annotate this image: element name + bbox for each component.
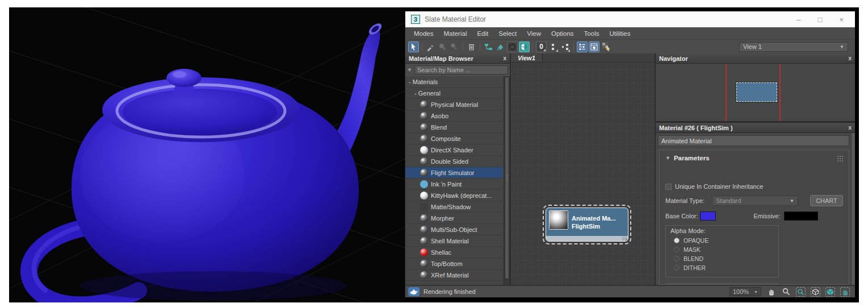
rollout-collapse-icon[interactable]: ▼: [665, 155, 670, 161]
material-sphere-icon: [420, 180, 428, 188]
list-item-matte-shadow[interactable]: Matte/Shadow: [405, 201, 503, 213]
pan-hand-icon[interactable]: [766, 287, 776, 297]
radio-blend[interactable]: BLEND: [670, 254, 774, 263]
list-item-shell-material[interactable]: Shell Material: [405, 235, 503, 247]
maximize-button[interactable]: □: [818, 16, 823, 23]
menu-item-options[interactable]: Options: [546, 30, 579, 37]
navigator-canvas[interactable]: [656, 64, 855, 121]
browser-close-icon[interactable]: x: [503, 55, 506, 61]
chart-button[interactable]: CHART: [810, 195, 843, 206]
material-panel-title: Material #26 ( FlightSim ): [659, 125, 733, 131]
material-panel-header[interactable]: Material #26 ( FlightSim ) x: [656, 123, 855, 133]
layout-all-icon[interactable]: [560, 42, 571, 52]
navigator-close-icon[interactable]: x: [848, 55, 852, 61]
navigator-view-rect[interactable]: [736, 82, 777, 102]
select-by-material-icon[interactable]: [601, 42, 611, 52]
navigator-header[interactable]: Navigator x: [656, 53, 855, 64]
parameters-rollout-header[interactable]: ▼ Parameters: [665, 155, 843, 161]
browser-scrollbar[interactable]: [504, 76, 510, 285]
list-item-multi-sub-object[interactable]: Multi/Sub-Object: [405, 224, 503, 235]
delete-icon[interactable]: [466, 42, 477, 52]
assign-material-icon[interactable]: [449, 42, 460, 52]
scrollbar-thumb[interactable]: [505, 77, 509, 279]
zoom-icon[interactable]: [781, 287, 791, 297]
list-item-directx-shader[interactable]: DirectX Shader: [405, 144, 503, 156]
show-shaded-material-icon[interactable]: 0: [536, 42, 547, 52]
material-panel-scrollbar[interactable]: [851, 133, 855, 285]
list-item-shellac[interactable]: Shellac: [405, 247, 503, 258]
node-canvas[interactable]: Animated Ma... FlightSim: [511, 63, 655, 285]
list-item-top-bottom[interactable]: Top/Bottom: [405, 258, 503, 269]
right-column: Navigator x Material #26 ( FlightSim ): [656, 53, 855, 285]
list-item-double-sided[interactable]: Double Sided: [405, 156, 503, 167]
menu-item-utilities[interactable]: Utilities: [604, 30, 635, 37]
list-item-asobo[interactable]: Asobo: [405, 110, 503, 122]
list-item-kittyhawk[interactable]: KittyHawk (deprecat...: [405, 190, 503, 201]
list-item-ink-n-paint[interactable]: Ink 'n Paint: [405, 179, 503, 190]
radio-icon[interactable]: [674, 247, 680, 252]
emissive-color-swatch[interactable]: [784, 211, 818, 221]
menu-item-view[interactable]: View: [522, 30, 546, 37]
list-item-composite[interactable]: Composite: [405, 133, 503, 144]
menu-item-material[interactable]: Material: [439, 30, 472, 37]
radio-icon[interactable]: [674, 265, 680, 271]
minimize-button[interactable]: –: [796, 16, 800, 23]
list-group-materials[interactable]: - Materials: [405, 76, 503, 88]
render-status-teapot-icon: [408, 287, 420, 296]
material-parameters-panel: Material #26 ( FlightSim ) x ▼ Parameter…: [656, 123, 855, 285]
node-resize-grip[interactable]: [622, 237, 627, 240]
menu-item-select[interactable]: Select: [493, 30, 522, 37]
pick-material-icon[interactable]: [425, 42, 436, 52]
material-preview-icon[interactable]: [589, 42, 599, 52]
window-titlebar[interactable]: 3 Slate Material Editor – □ ×: [405, 11, 855, 27]
hide-unused-nodeslots-icon[interactable]: [495, 42, 506, 52]
menu-item-tools[interactable]: Tools: [579, 30, 605, 37]
menu-item-edit[interactable]: Edit: [472, 30, 493, 37]
zoom-extents-selected-icon[interactable]: [825, 287, 835, 297]
tab-view1[interactable]: View1: [511, 53, 543, 62]
radio-icon[interactable]: [674, 256, 680, 262]
browser-header[interactable]: Material/Map Browser x: [405, 53, 510, 64]
unique-in-container-checkbox[interactable]: [665, 184, 672, 190]
show-background-icon[interactable]: [507, 42, 518, 52]
list-item-physical-material[interactable]: Physical Material: [405, 99, 503, 110]
selected-node-outline: Animated Ma... FlightSim: [543, 205, 631, 244]
view-selector-dropdown[interactable]: View 1 ▼: [739, 42, 848, 52]
close-button[interactable]: ×: [839, 16, 844, 23]
move-children-icon[interactable]: [483, 42, 494, 52]
search-options-icon[interactable]: ▼: [407, 67, 412, 73]
base-color-swatch[interactable]: [700, 211, 716, 221]
list-item-flight-simulator[interactable]: Flight Simulator: [405, 167, 503, 179]
list-item-blend[interactable]: Blend: [405, 122, 503, 133]
radio-dither[interactable]: DITHER: [670, 263, 774, 272]
material-node-flightsim[interactable]: Animated Ma... FlightSim: [546, 208, 628, 242]
material-sphere-icon: [420, 214, 428, 222]
zoom-level-dropdown[interactable]: 100% ▼: [729, 287, 761, 296]
parameter-editor-icon[interactable]: [577, 42, 588, 52]
layout-children-icon[interactable]: [548, 42, 559, 52]
list-item-xref-material[interactable]: XRef Material: [405, 269, 503, 281]
material-name-field[interactable]: [658, 135, 849, 146]
show-maps-in-viewport-icon[interactable]: [519, 42, 530, 52]
list-group-general[interactable]: - General: [405, 88, 503, 99]
zoom-region-icon[interactable]: [796, 287, 806, 297]
zoom-extents-icon[interactable]: [811, 287, 820, 297]
select-tool-icon[interactable]: [408, 42, 419, 52]
node-title: Animated Ma...: [572, 215, 616, 222]
material-type-dropdown[interactable]: Standard ▼: [712, 196, 798, 206]
material-sphere-icon: [420, 248, 428, 256]
teapot-render: [9, 7, 405, 302]
viewport-3d[interactable]: [9, 7, 405, 302]
radio-mask[interactable]: MASK: [670, 245, 774, 254]
slate-material-editor-window: 3 Slate Material Editor – □ × Modes Mate…: [405, 11, 855, 297]
put-material-icon[interactable]: [437, 42, 448, 52]
list-item-morpher[interactable]: Morpher: [405, 213, 503, 224]
menu-item-modes[interactable]: Modes: [409, 30, 439, 37]
radio-icon[interactable]: [674, 238, 680, 243]
toolbar: 0: [405, 40, 855, 53]
material-panel-close-icon[interactable]: x: [848, 125, 852, 131]
search-input[interactable]: [414, 65, 508, 74]
pan-to-selected-icon[interactable]: [840, 287, 850, 297]
radio-opaque[interactable]: OPAQUE: [670, 236, 774, 245]
chevron-down-icon: ▼: [754, 290, 758, 294]
